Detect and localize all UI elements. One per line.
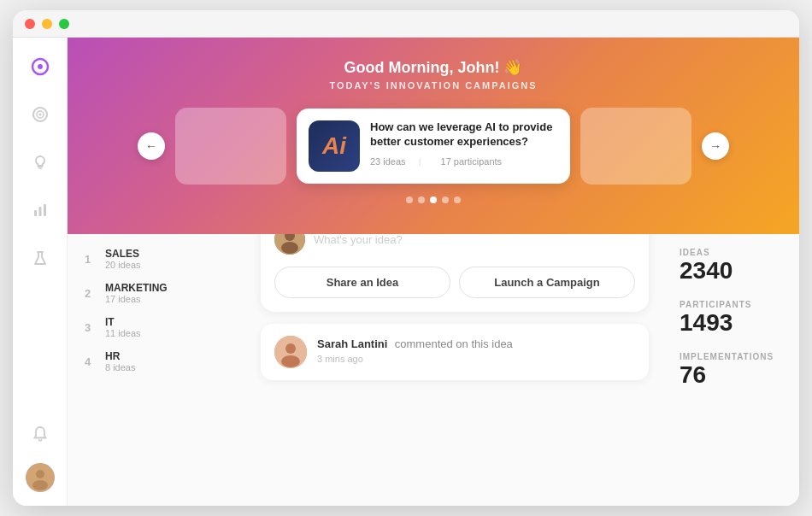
minimize-button[interactable] bbox=[42, 19, 52, 29]
dot-2[interactable] bbox=[418, 196, 425, 203]
main-window: Good Morning, John! 👋 TODAY'S INNOVATION… bbox=[13, 10, 799, 506]
launch-campaign-button[interactable]: Launch a Campaign bbox=[459, 267, 635, 298]
bulb-icon[interactable] bbox=[25, 147, 56, 178]
idea-input-placeholder[interactable]: What's your idea? bbox=[314, 234, 635, 246]
stat-implementations: IMPLEMENTATIONS 76 bbox=[680, 352, 782, 387]
lb-rank-2: 2 bbox=[85, 287, 97, 300]
leaderboard: 1 SALES 20 ideas 2 MARKETING 17 ideas bbox=[68, 234, 247, 506]
lb-name-1: SALES bbox=[105, 248, 230, 260]
dot-5[interactable] bbox=[454, 196, 461, 203]
lb-item-2: 2 MARKETING 17 ideas bbox=[85, 282, 230, 304]
current-user-avatar bbox=[274, 234, 305, 255]
svg-rect-6 bbox=[38, 207, 41, 216]
lb-count-1: 20 ideas bbox=[105, 260, 230, 270]
target-icon[interactable] bbox=[25, 99, 56, 130]
hero-greeting: Good Morning, John! 👋 bbox=[88, 58, 779, 77]
carousel-dots bbox=[88, 196, 779, 203]
stats-panel: IDEAS 2340 PARTICIPANTS 1493 IMPLEMENTAT… bbox=[662, 234, 799, 506]
commenter-name: Sarah Lantini bbox=[317, 337, 387, 350]
lb-count-4: 8 ideas bbox=[105, 362, 230, 372]
titlebar bbox=[13, 10, 799, 38]
svg-point-4 bbox=[38, 114, 41, 116]
stat-participants-label: PARTICIPANTS bbox=[680, 300, 782, 309]
comment-card: Sarah Lantini commented on this idea 3 m… bbox=[261, 324, 649, 380]
sidebar bbox=[13, 38, 68, 506]
content-area: Good Morning, John! 👋 TODAY'S INNOVATION… bbox=[68, 38, 799, 506]
svg-point-9 bbox=[36, 470, 44, 478]
dot-1[interactable] bbox=[406, 196, 413, 203]
chart-icon[interactable] bbox=[25, 195, 56, 226]
comment-action: commented on this idea bbox=[395, 337, 513, 350]
lb-item-4: 4 HR 8 ideas bbox=[85, 350, 230, 372]
carousel-next[interactable]: → bbox=[702, 132, 729, 160]
svg-point-10 bbox=[32, 480, 48, 490]
svg-rect-7 bbox=[44, 204, 46, 216]
lb-item-1: 1 SALES 20 ideas bbox=[85, 248, 230, 270]
maximize-button[interactable] bbox=[59, 19, 69, 29]
lb-name-2: MARKETING bbox=[105, 282, 230, 294]
svg-point-1 bbox=[38, 64, 43, 69]
svg-point-16 bbox=[281, 355, 300, 367]
carousel-prev[interactable]: ← bbox=[138, 132, 165, 160]
user-avatar[interactable] bbox=[26, 463, 55, 492]
lb-rank-1: 1 bbox=[85, 253, 97, 266]
stat-implementations-label: IMPLEMENTATIONS bbox=[680, 352, 782, 361]
feed-area: What's your idea? Share an Idea Launch a… bbox=[247, 234, 662, 506]
idea-input-row: What's your idea? bbox=[274, 234, 635, 255]
flask-icon[interactable] bbox=[25, 243, 56, 273]
hero-banner: Good Morning, John! 👋 TODAY'S INNOVATION… bbox=[68, 38, 799, 234]
svg-point-13 bbox=[281, 242, 298, 254]
campaign-card-icon: Ai bbox=[309, 120, 360, 172]
campaign-card-faded-right[interactable] bbox=[580, 108, 691, 185]
campaign-card-active[interactable]: Ai How can we leverage AI to provide bet… bbox=[297, 108, 570, 184]
campaign-card-faded-left[interactable] bbox=[175, 108, 286, 185]
stat-implementations-value: 76 bbox=[680, 363, 782, 387]
participants-count: 17 participants bbox=[441, 156, 503, 167]
campaign-carousel: ← Ai How can we leverage AI to provide b… bbox=[88, 108, 779, 185]
carousel-items: Ai How can we leverage AI to provide bet… bbox=[175, 108, 691, 185]
stat-ideas-value: 2340 bbox=[680, 259, 782, 283]
close-button[interactable] bbox=[25, 19, 35, 29]
campaign-card-title: How can we leverage AI to provide better… bbox=[370, 120, 558, 150]
lb-count-2: 17 ideas bbox=[105, 294, 230, 304]
share-idea-button[interactable]: Share an Idea bbox=[274, 267, 450, 298]
dot-4[interactable] bbox=[442, 196, 449, 203]
ideas-count: 23 ideas bbox=[370, 156, 406, 167]
dot-3[interactable] bbox=[430, 196, 437, 203]
stat-ideas: IDEAS 2340 bbox=[680, 248, 782, 283]
lb-name-3: IT bbox=[105, 316, 230, 328]
logo-icon[interactable] bbox=[25, 51, 56, 82]
idea-actions: Share an Idea Launch a Campaign bbox=[274, 267, 635, 298]
idea-input-card: What's your idea? Share an Idea Launch a… bbox=[261, 234, 649, 312]
svg-rect-5 bbox=[34, 210, 37, 216]
lb-name-4: HR bbox=[105, 350, 230, 362]
lower-section: 1 SALES 20 ideas 2 MARKETING 17 ideas bbox=[68, 234, 799, 506]
campaign-card-meta: 23 ideas | 17 participants bbox=[370, 156, 558, 167]
bell-icon[interactable] bbox=[25, 419, 56, 449]
comment-time: 3 mins ago bbox=[317, 354, 513, 364]
svg-point-15 bbox=[285, 343, 296, 354]
stat-participants: PARTICIPANTS 1493 bbox=[680, 300, 782, 335]
lb-count-3: 11 ideas bbox=[105, 328, 230, 338]
lb-rank-4: 4 bbox=[85, 355, 97, 368]
lb-item-3: 3 IT 11 ideas bbox=[85, 316, 230, 338]
hero-subtitle: TODAY'S INNOVATION CAMPAIGNS bbox=[88, 80, 779, 91]
stat-ideas-label: IDEAS bbox=[680, 248, 782, 257]
stat-participants-value: 1493 bbox=[680, 311, 782, 335]
campaign-card-body: How can we leverage AI to provide better… bbox=[370, 120, 558, 167]
comment-body: Sarah Lantini commented on this idea 3 m… bbox=[317, 336, 513, 364]
commenter-avatar bbox=[274, 336, 307, 368]
lb-rank-3: 3 bbox=[85, 321, 97, 334]
